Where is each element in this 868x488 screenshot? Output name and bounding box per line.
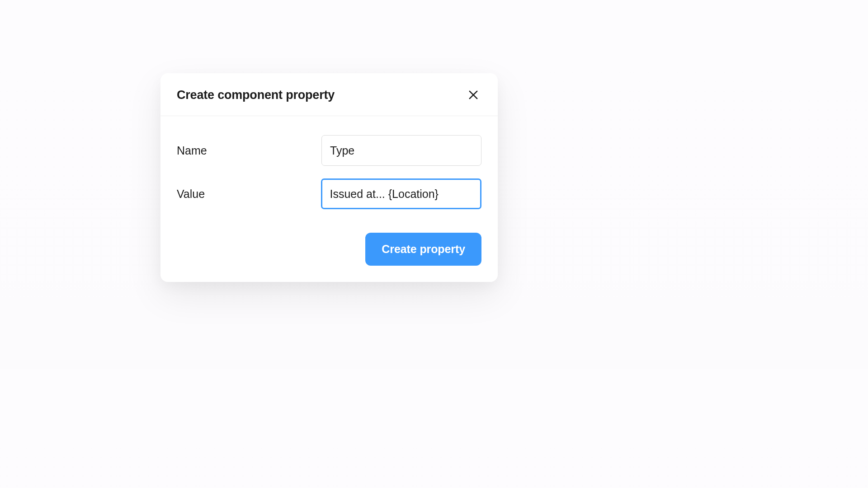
value-input[interactable] (321, 178, 481, 209)
name-input[interactable] (321, 135, 481, 166)
dialog-header: Create component property (160, 73, 498, 116)
create-property-button[interactable]: Create property (365, 233, 481, 266)
value-label: Value (177, 188, 321, 201)
name-label: Name (177, 144, 321, 157)
create-property-dialog: Create component property Name Value Cre… (160, 73, 498, 282)
dialog-body: Name Value Create property (160, 116, 498, 282)
dialog-actions: Create property (177, 233, 481, 266)
close-icon (467, 89, 480, 101)
close-button[interactable] (465, 87, 481, 103)
dialog-title: Create component property (177, 88, 335, 102)
value-field-row: Value (177, 178, 481, 209)
name-field-row: Name (177, 135, 481, 166)
